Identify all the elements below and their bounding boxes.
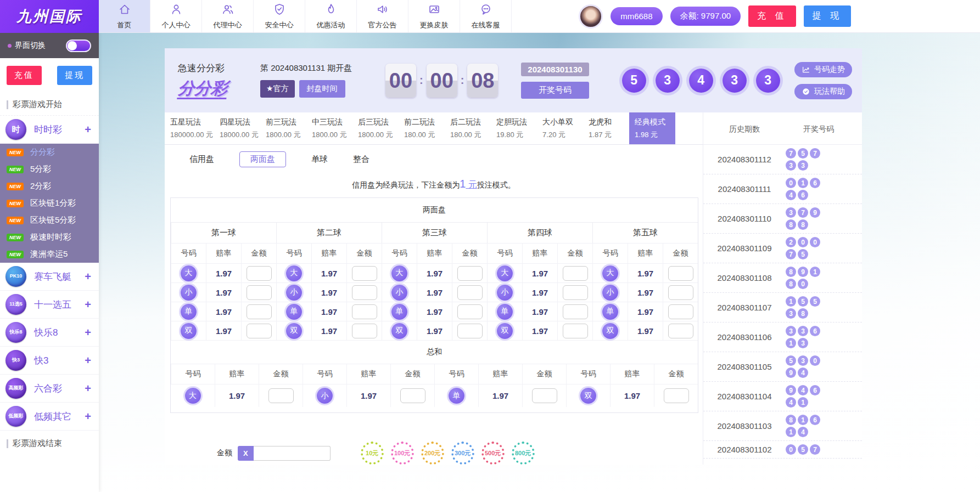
number-trend-button[interactable]: 号码走势 <box>794 62 852 77</box>
submenu-item[interactable]: NEW 区块链1分彩 <box>0 195 99 212</box>
quick-amount-chip[interactable]: 300元 <box>451 442 474 465</box>
sum-option-big[interactable]: 大 <box>185 388 201 404</box>
bet-amount-input[interactable] <box>352 324 377 338</box>
bet-amount-input[interactable] <box>247 304 272 319</box>
board-sub-tab[interactable]: 单球 <box>311 154 328 165</box>
bet-option-even[interactable]: 双 <box>602 323 618 339</box>
bet-amount-input[interactable] <box>563 304 588 319</box>
play-method-tab[interactable]: 龙虎和 1.87 元 <box>583 112 629 144</box>
sidebar-game-group[interactable]: 低频彩 低频其它 + <box>0 403 99 431</box>
board-sub-tab[interactable]: 两面盘 <box>239 151 286 167</box>
bet-amount-input[interactable] <box>352 266 377 281</box>
play-method-tab[interactable]: 定胆玩法 19.80 元 <box>491 112 537 144</box>
expand-icon[interactable]: + <box>85 410 91 423</box>
bet-amount-input[interactable] <box>457 285 483 300</box>
bet-amount-input[interactable] <box>457 266 483 281</box>
bet-amount-input[interactable] <box>563 285 588 300</box>
bet-amount-input[interactable] <box>268 388 294 403</box>
bet-amount-input[interactable] <box>457 324 483 338</box>
submenu-item[interactable]: NEW 区块链5分彩 <box>0 212 99 229</box>
bet-option-odd[interactable]: 单 <box>391 304 407 320</box>
draw-number-button[interactable]: 开奖号码 <box>521 82 589 99</box>
interface-toggle[interactable] <box>66 39 91 52</box>
bet-amount-input[interactable] <box>247 285 272 300</box>
bet-amount-input[interactable] <box>457 304 483 319</box>
sidebar-game-group[interactable]: 快3 快3 + <box>0 347 99 375</box>
play-method-tab[interactable]: 中三玩法 1800.00 元 <box>306 112 352 144</box>
sum-option-even[interactable]: 双 <box>580 388 596 404</box>
quick-amount-chip[interactable]: 200元 <box>421 442 444 465</box>
bet-option-even[interactable]: 双 <box>391 323 407 339</box>
play-method-tab[interactable]: 五星玩法 180000.00 元 <box>165 112 214 144</box>
bet-option-small[interactable]: 小 <box>497 285 513 301</box>
bet-amount-input[interactable] <box>247 324 272 338</box>
nav-item-promotions[interactable]: 优惠活动 <box>305 0 357 32</box>
play-method-tab[interactable]: 经典模式 1.98 元 <box>629 112 675 144</box>
user-avatar[interactable] <box>579 4 603 29</box>
submenu-item[interactable]: NEW 5分彩 <box>0 161 99 178</box>
nav-item-agent-center[interactable]: 代理中心 <box>202 0 254 32</box>
bet-option-even[interactable]: 双 <box>181 323 197 339</box>
quick-amount-chip[interactable]: 10元 <box>361 442 384 465</box>
bet-option-big[interactable]: 大 <box>391 265 407 281</box>
nav-item-home[interactable]: 首页 <box>99 0 150 32</box>
bet-option-big[interactable]: 大 <box>181 265 197 281</box>
nav-item-security-center[interactable]: 安全中心 <box>254 0 305 32</box>
bet-amount-input[interactable] <box>532 388 557 403</box>
bet-amount-input[interactable] <box>352 285 377 300</box>
brand-logo[interactable]: 九州国际 <box>0 0 99 33</box>
submenu-item[interactable]: NEW 极速时时彩 <box>0 229 99 246</box>
official-tag[interactable]: ★官方 <box>260 80 295 98</box>
bet-option-small[interactable]: 小 <box>602 285 618 301</box>
bet-option-small[interactable]: 小 <box>286 285 302 301</box>
sum-option-odd[interactable]: 单 <box>449 388 464 404</box>
sidebar-game-group[interactable]: 11选5 十一选五 + <box>0 291 99 319</box>
expand-icon[interactable]: + <box>85 354 91 367</box>
bet-option-odd[interactable]: 单 <box>497 304 513 320</box>
board-sub-tab[interactable]: 整合 <box>353 154 369 165</box>
submenu-item[interactable]: NEW 澳洲幸运5 <box>0 246 99 263</box>
bet-amount-input[interactable] <box>668 266 693 281</box>
sidebar-game-group[interactable]: 高频彩 六合彩 + <box>0 375 99 403</box>
bet-option-even[interactable]: 双 <box>286 323 302 339</box>
sidebar-withdraw-button[interactable]: 提现 <box>57 66 92 85</box>
bet-option-big[interactable]: 大 <box>286 265 302 281</box>
bet-option-big[interactable]: 大 <box>497 265 513 281</box>
play-method-tab[interactable]: 后三玩法 1800.00 元 <box>352 112 399 144</box>
expand-icon[interactable]: + <box>85 326 91 339</box>
board-sub-tab[interactable]: 信用盘 <box>189 154 214 165</box>
quick-amount-chip[interactable]: 800元 <box>512 442 535 465</box>
submenu-item[interactable]: NEW 2分彩 <box>0 178 99 195</box>
recharge-button[interactable]: 充 值 <box>748 5 796 27</box>
bet-amount-input[interactable] <box>400 388 425 403</box>
expand-icon[interactable]: + <box>85 298 91 311</box>
bet-option-small[interactable]: 小 <box>181 285 197 301</box>
play-method-tab[interactable]: 大小单双 7.20 元 <box>537 112 583 144</box>
play-help-button[interactable]: 玩法帮助 <box>794 84 852 99</box>
bet-amount-input[interactable] <box>563 324 588 338</box>
submenu-item[interactable]: NEW 分分彩 <box>0 144 99 161</box>
quick-amount-chip[interactable]: 100元 <box>391 442 414 465</box>
bet-amount-input[interactable] <box>668 285 693 300</box>
bet-option-odd[interactable]: 单 <box>602 304 618 320</box>
play-method-tab[interactable]: 四星玩法 18000.00 元 <box>214 112 260 144</box>
bet-amount-input[interactable] <box>352 304 377 319</box>
bet-option-big[interactable]: 大 <box>602 265 618 281</box>
nav-item-announcements[interactable]: 官方公告 <box>357 0 408 32</box>
sidebar-item-shishicai[interactable]: 时 时时彩 + <box>0 116 99 144</box>
nav-item-customer-service[interactable]: 在线客服 <box>460 0 512 32</box>
bet-amount-input[interactable] <box>668 324 693 338</box>
username-pill[interactable]: mm6688 <box>611 7 662 25</box>
expand-icon[interactable]: + <box>85 382 91 395</box>
sidebar-recharge-button[interactable]: 充值 <box>7 66 42 85</box>
bet-option-odd[interactable]: 单 <box>181 304 197 320</box>
sidebar-game-group[interactable]: 快乐8 快乐8 + <box>0 319 99 347</box>
expand-icon[interactable]: + <box>85 123 91 136</box>
withdraw-button[interactable]: 提 现 <box>804 5 851 27</box>
quick-amount-chip[interactable]: 500元 <box>481 442 505 465</box>
bet-option-even[interactable]: 双 <box>497 323 513 339</box>
play-method-tab[interactable]: 后二玩法 180.00 元 <box>445 112 491 144</box>
expand-icon[interactable]: + <box>85 270 91 283</box>
nav-item-change-skin[interactable]: 更换皮肤 <box>408 0 460 32</box>
bet-amount-input[interactable] <box>664 388 689 403</box>
